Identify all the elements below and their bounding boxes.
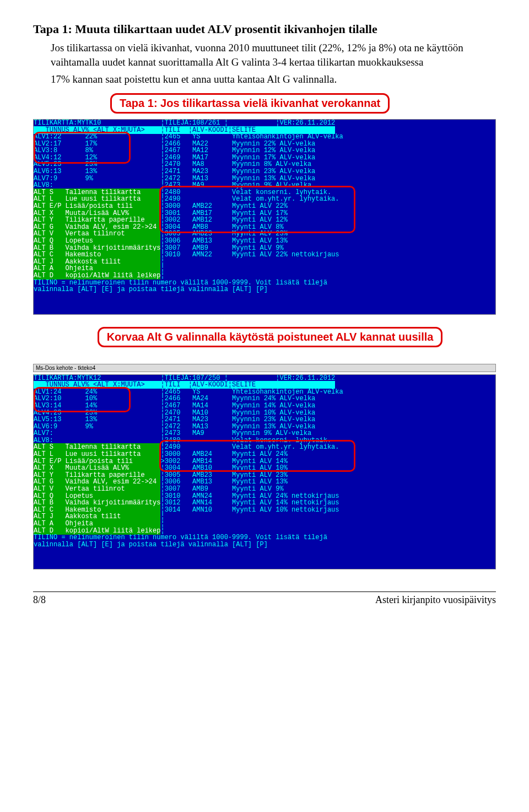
paragraph-1: Jos tilikartassa on vielä ikivanhat, vuo… bbox=[33, 41, 496, 69]
terminal-2: TILIKARTTA:MYTK12 ¦TILEJÄ:107/250 ¦ ¦VER… bbox=[33, 374, 496, 570]
window-titlebar-2: Ms-Dos kehote - tkteko4 bbox=[33, 364, 496, 372]
footer-title: Asteri kirjanpito vuosipäivitys bbox=[375, 594, 496, 606]
page-footer: 8/8 Asteri kirjanpito vuosipäivitys bbox=[33, 591, 496, 606]
footer-page-number: 8/8 bbox=[33, 594, 46, 606]
annotation-2: Korvaa Alt G valinnalla käytöstä poistun… bbox=[98, 327, 443, 347]
annotation-1: Tapa 1: Jos tilikartassa vielä ikivanhat… bbox=[110, 93, 390, 114]
terminal-1: TILIKARTTA:MYTK10 ¦TILEJÄ:108/261 ¦ ¦VER… bbox=[33, 119, 496, 315]
page-heading: Tapa 1: Muuta tilikarttaan uudet ALV pro… bbox=[33, 22, 496, 36]
paragraph-2: 17% kannan saat poistettu kun et anna uu… bbox=[33, 72, 496, 87]
